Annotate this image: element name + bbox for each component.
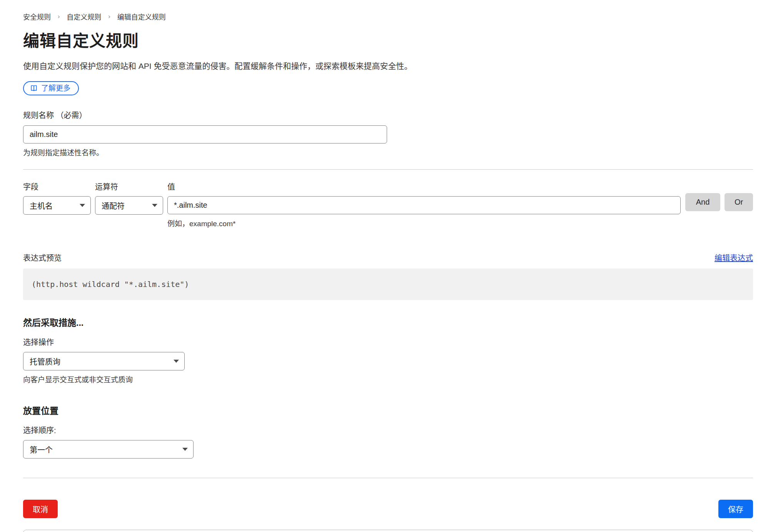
rule-name-group: 规则名称 （必需） 为规则指定描述性名称。 [23,109,753,157]
or-button[interactable]: Or [725,193,753,211]
action-section: 然后采取措施... 选择操作 托管质询 向客户显示交互式或非交互式质询 [23,315,753,384]
section-divider [23,169,753,170]
breadcrumb-separator-icon: › [58,13,60,20]
footer-divider [23,478,753,478]
placement-section: 放置位置 选择顺序: 第一个 [23,404,753,459]
cancel-button[interactable]: 取消 [23,500,58,518]
value-input[interactable] [167,196,681,214]
value-column: 值 例如，example.com* [167,181,681,228]
save-button[interactable]: 保存 [718,500,753,518]
expression-header: 表达式预览 编辑表达式 [23,252,753,263]
open-book-icon [30,84,38,92]
placement-heading: 放置位置 [23,404,753,417]
learn-more-button[interactable]: 了解更多 [23,81,79,95]
edit-expression-link[interactable]: 编辑表达式 [715,252,753,263]
value-helper: 例如，example.com* [167,218,681,228]
operator-label: 运算符 [95,181,163,192]
breadcrumb-custom-rules[interactable]: 自定义规则 [67,12,101,22]
footer-actions: 取消 保存 [23,500,753,518]
expression-preview-label: 表达式预览 [23,252,62,263]
field-select[interactable]: 主机名 [23,196,91,215]
breadcrumb-separator-icon: › [108,13,110,20]
condition-row: 字段 主机名 运算符 通配符 值 例如，example.com* And Or [23,181,753,228]
page-title: 编辑自定义规则 [23,28,753,51]
rule-name-input[interactable] [23,125,387,143]
placement-select[interactable]: 第一个 [23,440,194,459]
field-label: 字段 [23,181,91,192]
field-column: 字段 主机名 [23,181,91,228]
and-button[interactable]: And [685,193,720,211]
learn-more-label: 了解更多 [41,85,70,92]
action-helper: 向客户显示交互式或非交互式质询 [23,374,753,384]
edit-custom-rule-page: 安全规则 › 自定义规则 › 编辑自定义规则 编辑自定义规则 使用自定义规则保护… [23,0,753,532]
operator-column: 运算符 通配符 [95,181,163,228]
action-select-label: 选择操作 [23,336,753,347]
operator-select-value: 通配符 [102,200,125,211]
breadcrumb: 安全规则 › 自定义规则 › 编辑自定义规则 [23,12,753,22]
breadcrumb-security-rules[interactable]: 安全规则 [23,12,51,22]
rule-name-label: 规则名称 （必需） [23,109,753,120]
chevron-down-icon [182,448,188,451]
placement-select-label: 选择顺序: [23,424,753,435]
operator-select[interactable]: 通配符 [95,196,163,215]
expression-code: (http.host wildcard "*.ailm.site") [32,280,189,289]
breadcrumb-current: 编辑自定义规则 [117,12,166,22]
chevron-down-icon [174,360,179,363]
action-select[interactable]: 托管质询 [23,352,185,370]
action-select-value: 托管质询 [30,356,60,367]
api-save-box: 通过 API 调用保存 [23,530,753,532]
action-heading: 然后采取措施... [23,315,753,329]
chevron-down-icon [152,204,157,207]
logic-buttons: And Or [685,181,753,228]
expression-preview: (http.host wildcard "*.ailm.site") [23,269,753,300]
placement-select-value: 第一个 [30,444,53,455]
chevron-down-icon [80,204,85,207]
value-label: 值 [167,181,681,192]
page-description: 使用自定义规则保护您的网站和 API 免受恶意流量的侵害。配置缓解条件和操作，或… [23,60,753,71]
field-select-value: 主机名 [30,200,53,211]
rule-name-helper: 为规则指定描述性名称。 [23,147,753,157]
